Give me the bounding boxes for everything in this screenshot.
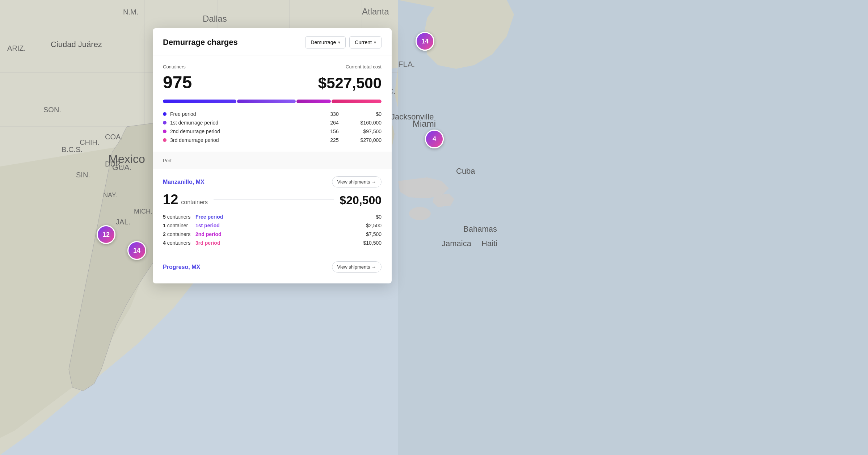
progreso-port-header: Progreso, MX View shipments → [163,261,382,273]
header-controls: Demurrage ▾ Current ▾ [305,36,382,49]
svg-text:NAY.: NAY. [103,191,117,199]
port-header: Manzanillo, MX View shipments → [163,176,382,188]
marker-label: 14 [421,38,429,45]
manzanillo-view-shipments-button[interactable]: View shipments → [332,176,382,188]
port-third-period-row: 4 containers 3rd period $10,500 [163,239,382,247]
marker-label: 14 [133,247,140,254]
total-cost: $527,500 [318,75,382,92]
port-total-cost: $20,500 [340,194,382,207]
port-containers-count: 12 [163,192,178,207]
first-period-label: 1st period [195,223,349,228]
period-left: 2nd demurrage period [163,129,324,134]
demurrage-type-dropdown[interactable]: Demurrage ▾ [305,36,346,49]
first-period-count: 264 [324,120,345,126]
summary-section: Containers Current total cost 975 $527,5… [153,55,392,152]
second-period-count: 156 [324,129,345,134]
port-period-count: 2 containers [163,231,195,237]
svg-text:MICH.: MICH. [134,208,152,215]
free-period-label: Free period [195,214,349,220]
first-period-cost: $160,000 [345,120,382,126]
manzanillo-port-name[interactable]: Manzanillo, MX [163,179,205,185]
second-period-cost: $7,500 [349,231,382,237]
count-bold: 1 [163,223,166,228]
port-first-period-row: 1 container 1st period $2,500 [163,221,382,230]
svg-text:Jamaica: Jamaica [442,239,472,248]
manzanillo-port-entry: Manzanillo, MX View shipments → 12 conta… [153,169,392,254]
view-shipments-label: View shipments → [337,264,376,270]
demurrage-progress-bar [163,100,382,103]
svg-text:Haiti: Haiti [481,239,497,248]
period-left: 3rd demurrage period [163,137,324,143]
map-marker-12[interactable]: 12 [97,225,115,244]
third-demurrage-row: 3rd demurrage period 225 $270,000 [163,136,382,144]
map-marker-4[interactable]: 4 [425,130,444,148]
third-period-label: 3rd period [195,240,349,246]
svg-text:N.M.: N.M. [123,8,138,16]
port-period-count: 5 containers [163,214,195,220]
first-period-bar [237,100,295,103]
port-section-header: Port [153,152,392,169]
count-label: containers [167,214,191,220]
svg-text:Ciudad Juárez: Ciudad Juárez [51,40,102,49]
containers-label: Containers [163,64,186,69]
summary-values: 975 $527,500 [163,72,382,92]
port-containers-label: containers [181,199,208,206]
first-period-cost: $2,500 [349,223,382,228]
third-period-cost: $10,500 [349,240,382,246]
cost-label: Current total cost [346,64,382,69]
chevron-down-icon: ▾ [374,40,376,45]
third-period-cost: $270,000 [345,137,382,143]
third-period-count: 225 [324,137,345,143]
svg-text:CHIH.: CHIH. [80,138,99,146]
svg-text:Dallas: Dallas [203,14,227,24]
demurrage-type-label: Demurrage [311,39,336,45]
free-period-name: Free period [170,111,196,117]
chevron-down-icon: ▾ [338,40,340,45]
period-label: Current [355,39,372,45]
third-period-name: 3rd demurrage period [170,137,219,143]
first-demurrage-row: 1st demurrage period 264 $160,000 [163,118,382,127]
svg-text:Jacksonville: Jacksonville [391,112,434,121]
free-period-bar [163,100,236,103]
free-period-cost: $0 [349,214,382,220]
third-period-dot [163,138,167,142]
period-left: Free period [163,111,324,117]
panel-title: Demurrage charges [163,38,238,47]
svg-text:B.C.S.: B.C.S. [62,146,83,153]
free-period-row: Free period 330 $0 [163,110,382,118]
port-section-label: Port [163,158,172,163]
marker-label: 4 [433,135,436,143]
port-divider [214,199,334,200]
progreso-view-shipments-button[interactable]: View shipments → [332,261,382,273]
count-label: container [167,223,188,228]
port-second-period-row: 2 containers 2nd period $7,500 [163,230,382,239]
summary-labels: Containers Current total cost [163,64,382,69]
second-period-name: 2nd demurrage period [170,129,220,134]
period-left: 1st demurrage period [163,120,324,126]
count-label: containers [167,240,191,246]
map-marker-14-top[interactable]: 14 [416,32,434,51]
panel-header: Demurrage charges Demurrage ▾ Current ▾ [153,28,392,55]
svg-text:Atlanta: Atlanta [362,7,389,16]
first-period-name: 1st demurrage period [170,120,218,126]
svg-point-9 [409,207,431,220]
free-period-cost: $0 [345,111,382,117]
second-period-bar [296,100,331,103]
count-bold: 4 [163,240,166,246]
port-period-count: 4 containers [163,240,195,246]
second-period-dot [163,130,167,133]
svg-text:Bahamas: Bahamas [463,224,497,233]
svg-text:Mexico: Mexico [108,152,145,165]
demurrage-panel: Demurrage charges Demurrage ▾ Current ▾ … [153,28,392,283]
count-bold: 5 [163,214,166,220]
second-period-label: 2nd period [195,231,349,237]
count-bold: 2 [163,231,166,237]
free-period-dot [163,112,167,116]
port-summary: 12 containers $20,500 [163,192,382,207]
progreso-port-name[interactable]: Progreso, MX [163,264,200,270]
port-period-count: 1 container [163,223,195,228]
map-marker-14-bottom[interactable]: 14 [127,241,146,260]
period-dropdown[interactable]: Current ▾ [349,36,382,49]
containers-count: 975 [163,72,192,92]
view-shipments-label: View shipments → [337,179,376,185]
